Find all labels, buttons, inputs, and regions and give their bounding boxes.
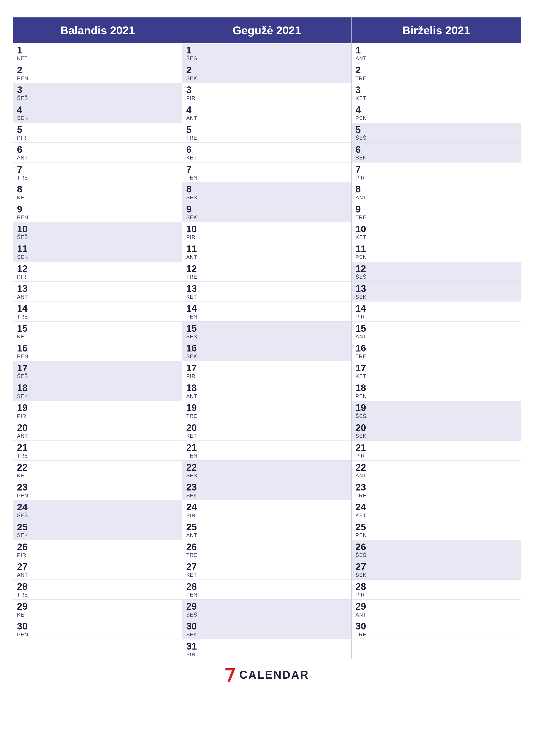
day-row: 28TRE	[13, 580, 182, 600]
day-name: ANT	[355, 195, 517, 201]
day-row: 10KET	[352, 222, 521, 242]
day-number: 18	[355, 383, 517, 393]
day-name: TRE	[17, 592, 178, 598]
day-name: ŠEŠ	[355, 135, 517, 141]
day-row: 7PIR	[352, 162, 521, 182]
day-row: 31PIR	[182, 639, 351, 659]
day-row: 4SEK	[13, 103, 182, 123]
day-number: 7	[355, 164, 517, 175]
calendar-body: 1KET2PEN3ŠEŠ4SEK5PIR6ANT7TRE8KET9PEN10ŠE…	[13, 43, 521, 659]
day-name: PIR	[186, 95, 347, 101]
day-row: 12ŠEŠ	[352, 262, 521, 282]
day-number: 13	[186, 284, 347, 294]
day-name: PIR	[186, 373, 347, 380]
day-number: 7	[17, 164, 178, 175]
day-row: 6ANT	[13, 143, 182, 162]
day-name: ŠEŠ	[186, 612, 347, 618]
day-row: 9SEK	[182, 202, 351, 222]
footer: CALENDAR	[13, 659, 521, 693]
day-number: 13	[355, 284, 517, 294]
day-number: 10	[355, 224, 517, 234]
day-number: 1	[355, 45, 517, 55]
day-row: 22ŠEŠ	[182, 461, 351, 480]
day-number: 6	[17, 145, 178, 155]
day-number: 2	[355, 65, 517, 75]
day-name: ŠEŠ	[17, 373, 178, 380]
day-name: SEK	[17, 115, 178, 121]
day-name: SEK	[17, 393, 178, 399]
day-number: 27	[17, 562, 178, 572]
day-number: 18	[186, 383, 347, 393]
day-name: KET	[355, 95, 517, 101]
day-row: 26TRE	[182, 540, 351, 560]
day-name: KET	[355, 512, 517, 519]
day-number: 6	[355, 145, 517, 155]
day-number: 12	[17, 263, 178, 274]
day-name: KET	[186, 294, 347, 300]
day-name: ANT	[186, 254, 347, 260]
day-row: 29KET	[13, 600, 182, 619]
day-number: 3	[17, 85, 178, 95]
day-name: PIR	[17, 552, 178, 558]
day-row: 1KET	[13, 43, 182, 63]
day-row: 20SEK	[352, 421, 521, 441]
day-row: 26ŠEŠ	[352, 540, 521, 560]
day-name: TRE	[186, 274, 347, 280]
day-name: KET	[355, 234, 517, 240]
day-number: 25	[17, 522, 178, 532]
day-number: 21	[355, 443, 517, 453]
day-row: 1ANT	[352, 43, 521, 63]
day-name: PEN	[186, 592, 347, 598]
day-name: ŠEŠ	[186, 334, 347, 340]
day-name: TRE	[355, 353, 517, 360]
day-row: 21PIR	[352, 441, 521, 461]
day-number: 15	[355, 323, 517, 334]
day-name: ŠEŠ	[355, 552, 517, 558]
day-row: 18ANT	[182, 381, 351, 401]
day-row: 19TRE	[182, 401, 351, 421]
day-row: 14PEN	[182, 302, 351, 321]
day-number: 14	[186, 303, 347, 313]
day-number: 4	[17, 105, 178, 115]
footer-logo: CALENDAR	[225, 668, 309, 682]
day-number: 19	[355, 403, 517, 413]
day-row: 6SEK	[352, 143, 521, 162]
day-number: 29	[17, 601, 178, 611]
day-number: 22	[17, 462, 178, 472]
day-row: 9PEN	[13, 202, 182, 222]
day-row: 29ŠEŠ	[182, 600, 351, 619]
day-number: 14	[355, 303, 517, 313]
day-name: PEN	[355, 254, 517, 260]
day-name: TRE	[355, 75, 517, 82]
svg-line-1	[229, 670, 233, 681]
day-row: 17KET	[352, 361, 521, 381]
day-row: 28PEN	[182, 580, 351, 600]
day-row: 17ŠEŠ	[13, 361, 182, 381]
day-row: 5TRE	[182, 123, 351, 143]
day-name: ANT	[17, 155, 178, 161]
day-number: 29	[186, 601, 347, 611]
day-number: 27	[186, 562, 347, 572]
day-row: 20KET	[182, 421, 351, 441]
day-row: 19PIR	[13, 401, 182, 421]
day-name: ANT	[17, 572, 178, 578]
day-row: 22KET	[13, 461, 182, 480]
day-number: 19	[17, 403, 178, 413]
day-row: 9TRE	[352, 202, 521, 222]
day-name: KET	[355, 373, 517, 380]
month-header-2: Birželis 2021	[352, 17, 521, 43]
day-row: 5ŠEŠ	[352, 123, 521, 143]
day-row: 13KET	[182, 282, 351, 302]
day-row: 11SEK	[13, 242, 182, 262]
day-number: 30	[355, 621, 517, 632]
day-name: TRE	[186, 413, 347, 419]
day-number: 9	[186, 204, 347, 214]
day-row: 4PEN	[352, 103, 521, 123]
day-name: SEK	[355, 572, 517, 578]
day-number: 12	[355, 263, 517, 274]
day-number: 31	[186, 641, 347, 652]
day-row: 19ŠEŠ	[352, 401, 521, 421]
day-name: TRE	[355, 632, 517, 638]
day-name: PEN	[186, 175, 347, 181]
seven-logo-icon	[225, 668, 237, 682]
